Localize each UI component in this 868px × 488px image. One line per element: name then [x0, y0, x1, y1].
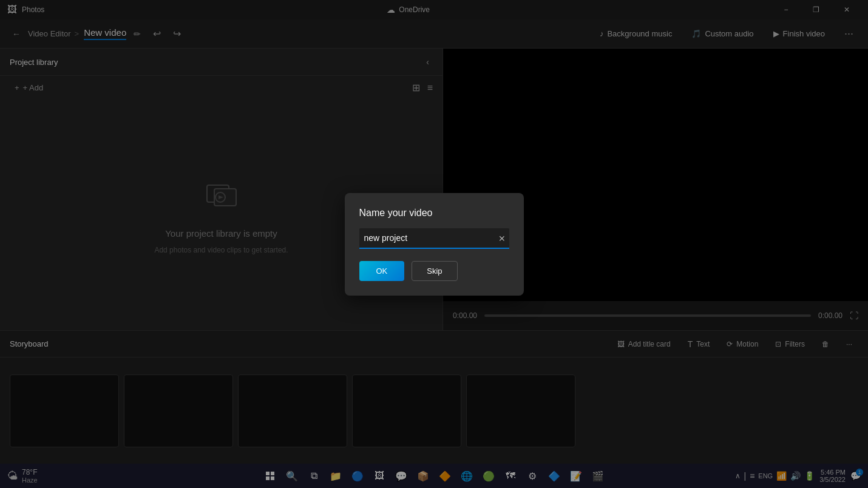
ok-button[interactable]: OK [359, 261, 405, 281]
dialog-input-wrapper: ✕ [359, 228, 509, 249]
dialog-overlay: Name your video ✕ OK Skip [0, 0, 868, 488]
skip-button[interactable]: Skip [412, 261, 457, 281]
dialog-title: Name your video [359, 208, 509, 219]
dialog-buttons: OK Skip [359, 261, 509, 281]
video-name-input[interactable] [359, 228, 509, 249]
clear-input-button[interactable]: ✕ [498, 234, 506, 243]
name-video-dialog: Name your video ✕ OK Skip [345, 193, 524, 296]
